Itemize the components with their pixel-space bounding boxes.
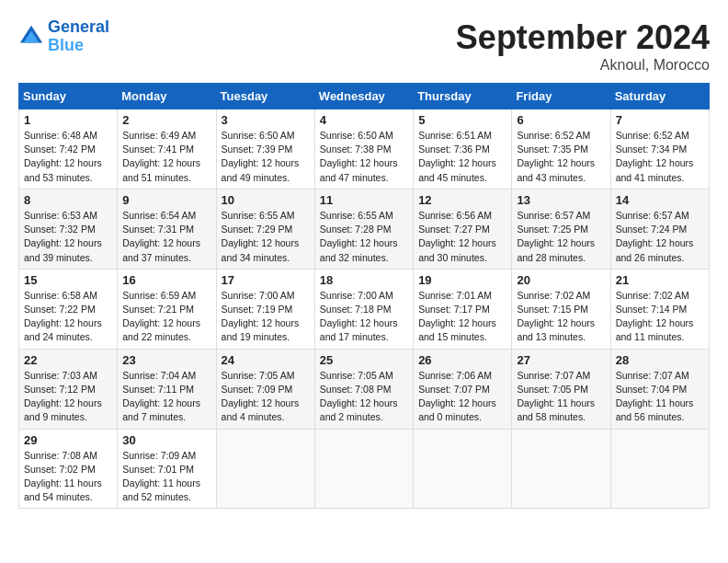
logo-blue: Blue — [48, 36, 84, 54]
calendar-cell: 20 Sunrise: 7:02 AM Sunset: 7:15 PM Dayl… — [512, 269, 610, 349]
daylight-label: Daylight: 12 hours and 34 minutes. — [222, 237, 300, 262]
day-number: 28 — [616, 353, 704, 367]
sunset-label: Sunset: 7:36 PM — [418, 144, 490, 155]
calendar-week-4: 22 Sunrise: 7:03 AM Sunset: 7:12 PM Dayl… — [19, 349, 710, 429]
day-info: Sunrise: 6:55 AM Sunset: 7:28 PM Dayligh… — [320, 209, 408, 265]
day-number: 14 — [616, 193, 704, 207]
calendar-cell: 8 Sunrise: 6:53 AM Sunset: 7:32 PM Dayli… — [19, 189, 118, 269]
day-info: Sunrise: 7:08 AM Sunset: 7:02 PM Dayligh… — [24, 449, 112, 505]
day-number: 6 — [517, 113, 605, 127]
sunrise-label: Sunrise: 7:00 AM — [222, 290, 295, 301]
calendar-cell: 21 Sunrise: 7:02 AM Sunset: 7:14 PM Dayl… — [610, 269, 709, 349]
calendar-cell: 6 Sunrise: 6:52 AM Sunset: 7:35 PM Dayli… — [512, 109, 610, 190]
daylight-label: Daylight: 12 hours and 41 minutes. — [616, 157, 694, 182]
day-info: Sunrise: 6:48 AM Sunset: 7:42 PM Dayligh… — [24, 129, 112, 185]
sunset-label: Sunset: 7:38 PM — [320, 144, 392, 155]
day-info: Sunrise: 7:06 AM Sunset: 7:07 PM Dayligh… — [418, 369, 506, 425]
daylight-label: Daylight: 12 hours and 7 minutes. — [122, 397, 200, 422]
day-number: 29 — [24, 433, 112, 447]
day-info: Sunrise: 7:07 AM Sunset: 7:05 PM Dayligh… — [517, 369, 605, 425]
calendar-cell: 28 Sunrise: 7:07 AM Sunset: 7:04 PM Dayl… — [610, 349, 709, 429]
daylight-label: Daylight: 12 hours and 51 minutes. — [122, 157, 200, 182]
sunset-label: Sunset: 7:34 PM — [616, 144, 688, 155]
daylight-label: Daylight: 12 hours and 43 minutes. — [517, 157, 595, 182]
day-info: Sunrise: 6:55 AM Sunset: 7:29 PM Dayligh… — [222, 209, 310, 265]
header-monday: Monday — [118, 84, 216, 109]
daylight-label: Daylight: 12 hours and 45 minutes. — [418, 157, 496, 182]
day-info: Sunrise: 7:01 AM Sunset: 7:17 PM Dayligh… — [418, 289, 506, 345]
sunrise-label: Sunrise: 6:55 AM — [320, 210, 393, 221]
day-info: Sunrise: 6:51 AM Sunset: 7:36 PM Dayligh… — [418, 129, 506, 185]
header-sunday: Sunday — [19, 84, 118, 109]
day-number: 3 — [222, 113, 310, 127]
sunrise-label: Sunrise: 7:07 AM — [517, 370, 590, 381]
day-number: 21 — [616, 273, 704, 287]
sunrise-label: Sunrise: 6:55 AM — [222, 210, 295, 221]
sunrise-label: Sunrise: 7:07 AM — [616, 370, 689, 381]
sunrise-label: Sunrise: 7:02 AM — [616, 290, 689, 301]
sunset-label: Sunset: 7:28 PM — [320, 224, 392, 235]
day-info: Sunrise: 7:00 AM Sunset: 7:19 PM Dayligh… — [222, 289, 310, 345]
day-number: 27 — [517, 353, 605, 367]
day-number: 13 — [517, 193, 605, 207]
day-number: 25 — [320, 353, 408, 367]
daylight-label: Daylight: 12 hours and 47 minutes. — [320, 157, 398, 182]
day-number: 4 — [320, 113, 408, 127]
day-info: Sunrise: 6:54 AM Sunset: 7:31 PM Dayligh… — [122, 209, 210, 265]
sunrise-label: Sunrise: 6:52 AM — [616, 130, 689, 141]
calendar-cell: 15 Sunrise: 6:58 AM Sunset: 7:22 PM Dayl… — [19, 269, 118, 349]
day-info: Sunrise: 6:52 AM Sunset: 7:35 PM Dayligh… — [517, 129, 605, 185]
day-info: Sunrise: 6:56 AM Sunset: 7:27 PM Dayligh… — [418, 209, 506, 265]
day-number: 7 — [616, 113, 704, 127]
calendar-cell: 18 Sunrise: 7:00 AM Sunset: 7:18 PM Dayl… — [314, 269, 413, 349]
sunset-label: Sunset: 7:17 PM — [418, 304, 490, 315]
sunset-label: Sunset: 7:22 PM — [24, 304, 96, 315]
sunset-label: Sunset: 7:11 PM — [122, 384, 194, 395]
sunrise-label: Sunrise: 6:50 AM — [320, 130, 393, 141]
calendar-cell: 3 Sunrise: 6:50 AM Sunset: 7:39 PM Dayli… — [216, 109, 314, 190]
sunset-label: Sunset: 7:21 PM — [122, 304, 194, 315]
calendar-cell: 24 Sunrise: 7:05 AM Sunset: 7:09 PM Dayl… — [216, 349, 314, 429]
logo-general: General — [48, 17, 109, 36]
calendar-cell: 29 Sunrise: 7:08 AM Sunset: 7:02 PM Dayl… — [19, 429, 118, 509]
day-number: 16 — [122, 273, 210, 287]
calendar-cell: 11 Sunrise: 6:55 AM Sunset: 7:28 PM Dayl… — [314, 189, 413, 269]
sunset-label: Sunset: 7:07 PM — [418, 384, 490, 395]
month-title: September 2024 — [456, 18, 710, 57]
sunrise-label: Sunrise: 7:00 AM — [320, 290, 393, 301]
day-number: 12 — [418, 193, 506, 207]
sunset-label: Sunset: 7:04 PM — [616, 384, 688, 395]
calendar-cell — [610, 429, 709, 509]
day-info: Sunrise: 6:50 AM Sunset: 7:38 PM Dayligh… — [320, 129, 408, 185]
calendar-cell: 12 Sunrise: 6:56 AM Sunset: 7:27 PM Dayl… — [414, 189, 512, 269]
sunset-label: Sunset: 7:27 PM — [418, 224, 490, 235]
daylight-label: Daylight: 12 hours and 19 minutes. — [222, 317, 300, 342]
daylight-label: Daylight: 12 hours and 39 minutes. — [24, 237, 102, 262]
sunset-label: Sunset: 7:31 PM — [122, 224, 194, 235]
day-info: Sunrise: 7:02 AM Sunset: 7:15 PM Dayligh… — [517, 289, 605, 345]
daylight-label: Daylight: 12 hours and 28 minutes. — [517, 237, 595, 262]
day-info: Sunrise: 6:53 AM Sunset: 7:32 PM Dayligh… — [24, 209, 112, 265]
logo-icon — [18, 24, 44, 50]
day-number: 17 — [222, 273, 310, 287]
header-row: Sunday Monday Tuesday Wednesday Thursday… — [19, 84, 710, 109]
daylight-label: Daylight: 12 hours and 37 minutes. — [122, 237, 200, 262]
calendar-cell: 16 Sunrise: 6:59 AM Sunset: 7:21 PM Dayl… — [118, 269, 216, 349]
sunset-label: Sunset: 7:41 PM — [122, 144, 194, 155]
calendar-cell: 30 Sunrise: 7:09 AM Sunset: 7:01 PM Dayl… — [118, 429, 216, 509]
daylight-label: Daylight: 12 hours and 26 minutes. — [616, 237, 694, 262]
sunrise-label: Sunrise: 7:03 AM — [24, 370, 97, 381]
sunrise-label: Sunrise: 6:59 AM — [122, 290, 196, 301]
header-saturday: Saturday — [610, 84, 709, 109]
day-info: Sunrise: 7:05 AM Sunset: 7:08 PM Dayligh… — [320, 369, 408, 425]
daylight-label: Daylight: 12 hours and 15 minutes. — [418, 317, 496, 342]
sunset-label: Sunset: 7:42 PM — [24, 144, 96, 155]
sunrise-label: Sunrise: 7:05 AM — [320, 370, 393, 381]
calendar-cell: 10 Sunrise: 6:55 AM Sunset: 7:29 PM Dayl… — [216, 189, 314, 269]
sunset-label: Sunset: 7:25 PM — [517, 224, 588, 235]
sunrise-label: Sunrise: 6:57 AM — [616, 210, 689, 221]
daylight-label: Daylight: 11 hours and 58 minutes. — [517, 397, 595, 422]
sunrise-label: Sunrise: 7:01 AM — [418, 290, 492, 301]
calendar-cell: 19 Sunrise: 7:01 AM Sunset: 7:17 PM Dayl… — [414, 269, 512, 349]
logo-text: General Blue — [48, 18, 109, 55]
